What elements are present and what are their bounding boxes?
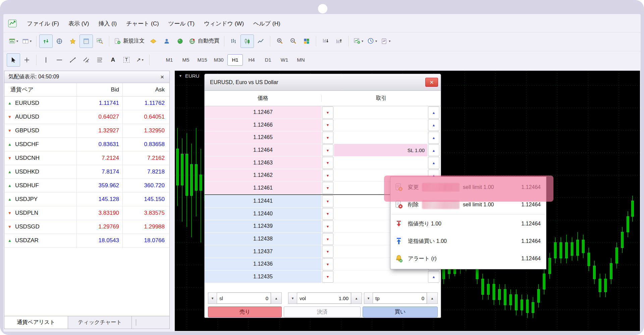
field-dropdown-button[interactable]: ▾ <box>208 292 217 304</box>
new-order-button[interactable]: 新規注文 <box>112 35 147 48</box>
metaeditor-button[interactable] <box>147 35 160 48</box>
dom-trade-cell[interactable] <box>334 271 427 283</box>
column-bid[interactable]: Bid <box>76 86 122 93</box>
market-watch-row[interactable]: ▲USDJPY145.128145.150 <box>4 193 169 206</box>
menu-item-2[interactable]: 挿入 (I) <box>94 17 121 30</box>
indicators-button[interactable]: ▾ <box>352 35 365 48</box>
price-dropdown-button[interactable]: ▾ <box>322 132 333 144</box>
horizontal-line-tool-button[interactable] <box>53 53 66 67</box>
context-menu-item[interactable]: 逆指値買い 1.001.12464 <box>390 232 546 250</box>
fibonacci-tool-button[interactable]: F <box>93 53 106 67</box>
data-window-toggle-button[interactable] <box>79 35 93 48</box>
field-spin-button[interactable]: ▴ <box>271 292 282 304</box>
column-symbol[interactable]: 通貨ペア <box>4 86 76 93</box>
market-watch-row[interactable]: ▼AUDUSD0.640270.64051 <box>4 110 169 124</box>
timeframe-m30[interactable]: M30 <box>211 54 226 66</box>
candlestick-chart-button[interactable] <box>240 35 254 48</box>
zoom-out-button[interactable] <box>286 35 300 48</box>
chart-shift-button[interactable] <box>332 35 346 48</box>
menu-item-3[interactable]: チャート (C) <box>121 17 164 30</box>
context-menu-item[interactable]: 削除sell limit 1.001.12464 <box>390 196 546 213</box>
price-dropdown-button[interactable]: ▾ <box>322 182 333 194</box>
connection-button[interactable] <box>173 35 187 48</box>
chart-autoscroll-button[interactable] <box>319 35 332 48</box>
tab-tick-chart[interactable]: ティックチャート <box>68 316 132 329</box>
market-watch-row[interactable]: ▲USDHUF359.962360.720 <box>4 179 169 193</box>
timeframe-h1[interactable]: H1 <box>227 54 243 66</box>
dom-trade-cell[interactable]: SL 1.00 <box>334 144 427 157</box>
templates-button[interactable]: ▾ <box>379 35 392 48</box>
profiles-button[interactable]: ▾ <box>20 35 34 48</box>
close-button[interactable]: ✕ <box>425 78 438 87</box>
price-dropdown-button[interactable]: ▾ <box>322 195 333 207</box>
market-watch-row[interactable]: ▲EURUSD1.117411.11762 <box>4 96 169 110</box>
menu-item-6[interactable]: ヘルプ (H) <box>249 17 285 30</box>
order-dialog-titlebar[interactable]: EURUSD, Euro vs US Dollar ✕ <box>205 74 441 91</box>
community-button[interactable] <box>160 35 173 48</box>
context-menu-item[interactable]: 指値売り 1.001.12464 <box>390 215 546 232</box>
field-spin-button[interactable]: ▴ <box>351 292 362 304</box>
trade-up-button[interactable]: ▴ <box>428 144 439 156</box>
menu-item-5[interactable]: ウィンドウ (W) <box>199 17 249 30</box>
dom-price-cell[interactable]: 1.12467 <box>205 106 321 119</box>
zoom-in-button[interactable] <box>273 35 286 48</box>
menu-item-1[interactable]: 表示 (V) <box>64 17 94 30</box>
text-tool-button[interactable]: A <box>106 53 120 67</box>
field-dropdown-button[interactable]: ▾ <box>364 292 373 304</box>
dom-price-cell[interactable]: 1.12440 <box>205 208 321 220</box>
context-menu-item[interactable]: 変更sell limit 1.001.12464 <box>390 179 546 196</box>
dom-price-cell[interactable]: 1.12436 <box>205 258 321 271</box>
strategy-tester-button[interactable] <box>93 35 106 48</box>
dom-price-cell[interactable]: 1.12437 <box>205 245 321 258</box>
column-ask[interactable]: Ask <box>122 86 169 93</box>
trade-up-button[interactable]: ▴ <box>428 271 439 283</box>
sell-button[interactable]: 売り <box>208 307 282 317</box>
price-dropdown-button[interactable]: ▾ <box>322 220 333 232</box>
bar-chart-button[interactable] <box>227 35 240 48</box>
timeframe-m5[interactable]: M5 <box>178 54 194 66</box>
tp-field[interactable]: tp0 <box>373 292 427 304</box>
market-watch-row[interactable]: ▼USDPLN3.831903.83575 <box>4 206 169 220</box>
label-tool-button[interactable]: T <box>120 53 133 67</box>
dom-price-cell[interactable]: 1.12435 <box>205 271 321 283</box>
dom-price-cell[interactable]: 1.12464 <box>205 144 321 157</box>
price-dropdown-button[interactable]: ▾ <box>322 271 333 283</box>
market-watch-row[interactable]: ▲USDCHF0.836310.83658 <box>4 138 169 151</box>
price-dropdown-button[interactable]: ▾ <box>322 107 333 119</box>
timeframe-m15[interactable]: M15 <box>195 54 210 66</box>
sl-field[interactable]: sl0 <box>217 292 271 304</box>
price-dropdown-button[interactable]: ▾ <box>322 258 333 270</box>
price-dropdown-button[interactable]: ▾ <box>322 170 333 182</box>
tab-symbols-list[interactable]: 通貨ペアリスト <box>4 316 68 329</box>
new-chart-button[interactable]: ▾ <box>7 35 20 48</box>
market-watch-row[interactable]: ▲USDZAR18.054318.0766 <box>4 234 169 248</box>
dom-price-cell[interactable]: 1.12462 <box>205 169 321 182</box>
crosshair-tool-button[interactable] <box>20 53 34 67</box>
trade-up-button[interactable]: ▴ <box>428 119 439 131</box>
trade-up-button[interactable]: ▴ <box>428 132 439 144</box>
trade-up-button[interactable]: ▴ <box>428 107 439 119</box>
dom-price-cell[interactable]: 1.12438 <box>205 233 321 246</box>
dom-price-cell[interactable]: 1.12466 <box>205 119 321 132</box>
auto-trading-button[interactable]: 自動売買 <box>187 35 221 48</box>
timeframe-h4[interactable]: H4 <box>244 54 259 66</box>
trade-up-button[interactable]: ▴ <box>428 157 439 169</box>
channel-tool-button[interactable]: E <box>79 53 93 67</box>
market-watch-row[interactable]: ▼GBPUSD1.329271.32950 <box>4 124 169 138</box>
dom-price-cell[interactable]: 1.12441 <box>205 195 321 208</box>
tile-windows-button[interactable] <box>300 35 313 48</box>
vol-field[interactable]: vol1.00 <box>297 292 351 304</box>
market-watch-row[interactable]: ▲USDHKD7.81747.8218 <box>4 165 169 179</box>
close-icon[interactable]: × <box>159 74 165 80</box>
dom-price-cell[interactable]: 1.12461 <box>205 182 321 194</box>
dom-price-cell[interactable]: 1.12439 <box>205 220 321 233</box>
trendline-tool-button[interactable] <box>66 53 79 67</box>
favorites-button[interactable] <box>66 35 79 48</box>
buy-button[interactable]: 買い <box>363 307 438 317</box>
line-chart-button[interactable] <box>254 35 267 48</box>
timeframe-d1[interactable]: D1 <box>260 54 276 66</box>
timeframe-w1[interactable]: W1 <box>277 54 292 66</box>
vertical-line-tool-button[interactable] <box>39 53 53 67</box>
price-dropdown-button[interactable]: ▾ <box>322 157 333 169</box>
dom-trade-cell[interactable] <box>334 131 427 144</box>
